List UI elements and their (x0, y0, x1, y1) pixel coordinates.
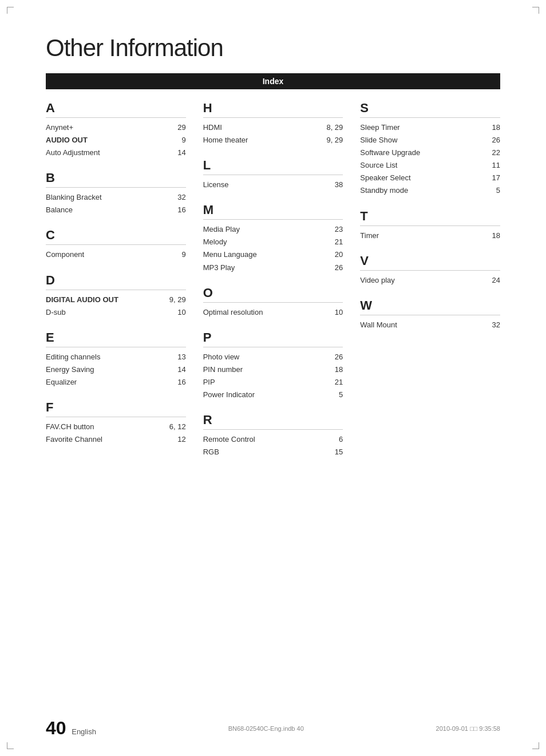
section-letter-O: O (203, 286, 343, 303)
entry-page: 5 (477, 184, 500, 197)
index-entry: Component9 (46, 248, 186, 261)
entry-name: Photo view (203, 351, 321, 363)
corner-mark-tl (7, 7, 14, 14)
footer-file-info: BN68-02540C-Eng.indb 40 (228, 725, 304, 732)
index-entry: Software Upgrade22 (360, 147, 500, 159)
entry-name: Blanking Bracket (46, 191, 163, 204)
index-entry: Photo view26 (203, 351, 343, 363)
entry-page: 20 (320, 248, 343, 261)
index-entry: Blanking Bracket32 (46, 191, 186, 204)
index-grid: AAnynet+29AUDIO OUT9Auto Adjustment14BBl… (46, 101, 500, 461)
entry-name: DIGITAL AUDIO OUT (46, 294, 163, 306)
entry-name: Software Upgrade (360, 147, 477, 159)
index-entry: HDMI8, 29 (203, 121, 343, 134)
entry-name: Balance (46, 204, 163, 216)
entry-page: 32 (163, 191, 186, 204)
page: Other Information Index AAnynet+29AUDIO … (0, 0, 546, 756)
footer-left: 40 English (46, 718, 96, 739)
entry-name: Home theater (203, 134, 321, 147)
entry-name: Wall Mount (360, 319, 477, 331)
entry-page: 9, 29 (320, 134, 343, 147)
index-entry: Home theater9, 29 (203, 134, 343, 147)
entry-name: PIP (203, 376, 321, 389)
entry-page: 14 (163, 147, 186, 159)
entry-name: RGB (203, 446, 321, 458)
entry-name: Video play (360, 274, 477, 287)
entry-name: Remote Control (203, 433, 321, 446)
index-column-1: HHDMI8, 29Home theater9, 29LLicense38MMe… (203, 101, 343, 461)
entry-page: 18 (477, 229, 500, 242)
index-entry: Balance16 (46, 204, 186, 216)
entry-page: 10 (320, 306, 343, 319)
index-entry: Energy Saving14 (46, 363, 186, 376)
index-entry: MP3 Play26 (203, 262, 343, 274)
entry-page: 16 (163, 376, 186, 389)
index-column-0: AAnynet+29AUDIO OUT9Auto Adjustment14BBl… (46, 101, 186, 461)
entry-page: 14 (163, 363, 186, 376)
entry-name: Melody (203, 236, 321, 248)
entry-page: 26 (320, 262, 343, 274)
section-letter-D: D (46, 273, 186, 290)
footer-language: English (72, 727, 96, 736)
index-entry: Video play24 (360, 274, 500, 287)
entry-name: Anynet+ (46, 121, 163, 134)
section-letter-S: S (360, 101, 500, 118)
entry-page: 16 (163, 204, 186, 216)
corner-mark-tr (532, 7, 539, 14)
section-letter-T: T (360, 209, 500, 226)
index-entry: Anynet+29 (46, 121, 186, 134)
section-letter-P: P (203, 330, 343, 347)
corner-mark-bl (7, 742, 14, 749)
entry-page: 26 (477, 134, 500, 147)
entry-name: Optimal resolution (203, 306, 321, 319)
entry-name: Component (46, 248, 163, 261)
entry-name: Auto Adjustment (46, 147, 163, 159)
entry-name: Power Indicator (203, 389, 321, 401)
entry-page: 18 (320, 363, 343, 376)
index-entry: Remote Control6 (203, 433, 343, 446)
page-title: Other Information (46, 34, 500, 62)
entry-name: Source List (360, 159, 477, 172)
section-letter-M: M (203, 203, 343, 220)
entry-page: 11 (477, 159, 500, 172)
entry-page: 12 (163, 433, 186, 446)
section-letter-H: H (203, 101, 343, 118)
index-entry: DIGITAL AUDIO OUT9, 29 (46, 294, 186, 306)
footer-datetime: 2010-09-01 □□ 9:35:58 (436, 725, 500, 732)
index-entry: Speaker Select17 (360, 172, 500, 184)
index-entry: Melody21 (203, 236, 343, 248)
entry-name: FAV.CH button (46, 421, 163, 433)
entry-name: Energy Saving (46, 363, 163, 376)
entry-page: 24 (477, 274, 500, 287)
section-letter-E: E (46, 330, 186, 347)
index-entry: License38 (203, 179, 343, 191)
index-entry: FAV.CH button6, 12 (46, 421, 186, 433)
entry-page: 23 (320, 223, 343, 236)
index-entry: PIN number18 (203, 363, 343, 376)
section-letter-W: W (360, 298, 500, 315)
index-entry: AUDIO OUT9 (46, 134, 186, 147)
index-entry: Media Play23 (203, 223, 343, 236)
entry-name: Sleep Timer (360, 121, 477, 134)
index-entry: Optimal resolution10 (203, 306, 343, 319)
entry-page: 32 (477, 319, 500, 331)
index-entry: Timer18 (360, 229, 500, 242)
index-entry: Favorite Channel12 (46, 433, 186, 446)
entry-page: 26 (320, 351, 343, 363)
entry-page: 6, 12 (163, 421, 186, 433)
entry-page: 9 (163, 134, 186, 147)
footer: 40 English BN68-02540C-Eng.indb 40 2010-… (0, 718, 546, 739)
section-letter-C: C (46, 228, 186, 245)
entry-page: 29 (163, 121, 186, 134)
entry-name: MP3 Play (203, 262, 321, 274)
index-entry: Standby mode5 (360, 184, 500, 197)
entry-page: 9, 29 (163, 294, 186, 306)
entry-page: 38 (320, 179, 343, 191)
section-letter-V: V (360, 254, 500, 271)
entry-page: 15 (320, 446, 343, 458)
entry-page: 5 (320, 389, 343, 401)
section-letter-R: R (203, 413, 343, 430)
entry-page: 17 (477, 172, 500, 184)
index-entry: Auto Adjustment14 (46, 147, 186, 159)
entry-page: 13 (163, 351, 186, 363)
